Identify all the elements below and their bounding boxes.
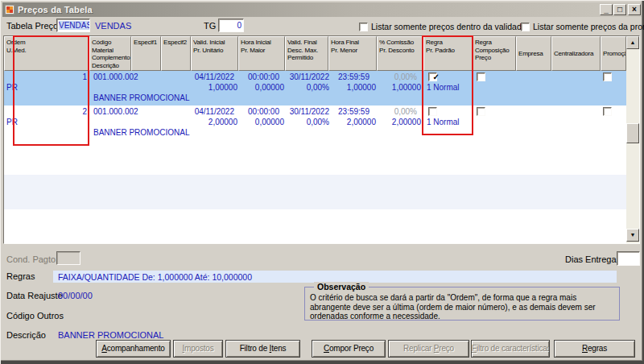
codigo-outros-label: Código Outros	[6, 311, 64, 321]
col-header-hora-final[interactable]: Hora Final Pr. Menor	[328, 36, 377, 71]
maximize-button[interactable]: □	[613, 4, 626, 15]
cell-pr-unitario: 2,00000	[189, 118, 237, 126]
cell-descricao: BANNER PROMOCIONAL	[93, 93, 189, 102]
impostos-button: Impostos	[173, 340, 223, 358]
filtro-de-itens-button[interactable]: Filtro de Itens	[225, 340, 300, 358]
cell-desc-max: 0,00%	[284, 118, 329, 126]
col-header-especif1[interactable]: Especif1	[131, 36, 161, 71]
checkbox-promocao[interactable]	[603, 72, 612, 81]
app-icon	[5, 5, 14, 14]
vertical-scrollbar[interactable]: ▲ ▼	[626, 36, 639, 243]
window-precos-da-tabela: Preços da Tabela _ □ × Tabela Preço VEND…	[0, 0, 644, 364]
cell-valid-inicial: 04/11/2022	[189, 107, 234, 116]
button-label: mpostos	[184, 344, 213, 353]
replicar-preco-button: Replicar Preço	[388, 340, 469, 358]
col-header-especif2[interactable]: Especif2	[161, 36, 191, 71]
table-row-2[interactable]: 2 001.000.002 04/11/2022 00:00:00 30/11/…	[4, 105, 626, 140]
minimize-button[interactable]: _	[600, 4, 613, 15]
cell-hora-inicial: 00:00:00	[239, 107, 279, 116]
col-header-codigo-material[interactable]: Código Material Complemento Descrição	[89, 36, 131, 71]
checkbox-regra-composicao[interactable]	[477, 107, 485, 116]
checkbox-listar-promocao[interactable]	[521, 23, 530, 31]
checkbox-listar-validade[interactable]	[359, 23, 368, 31]
tabela-preco-value: VENDAS	[59, 21, 90, 30]
table-row-1[interactable]: 1 001.000.002 04/11/2022 00:00:00 30/11/…	[4, 71, 626, 105]
cell-ordem: 1	[4, 72, 87, 81]
button-label: Filtro de	[240, 344, 270, 353]
col-header-comissao[interactable]: % Comissão Pr. Desconto	[377, 36, 423, 71]
cell-hora-final: 23:59:59	[329, 107, 369, 116]
col-header-promocao[interactable]: Promoção	[601, 36, 626, 71]
checkbox-regra-composicao[interactable]	[477, 72, 485, 81]
cell-valid-inicial: 04/11/2022	[189, 72, 234, 81]
observacao-title: Observação	[314, 282, 369, 292]
cell-comissao: 0,00%	[374, 72, 417, 81]
cell-pr-maior: 0,00000	[239, 118, 284, 126]
descricao-label: Descrição	[6, 330, 46, 340]
dias-entrega-input[interactable]	[617, 251, 640, 266]
col-header-hora-inicial[interactable]: Hora Inicial Pr. Maior	[238, 36, 285, 71]
cell-comissao: 0,00%	[374, 107, 417, 116]
cell-pr-menor: 1,00000	[329, 83, 376, 92]
data-reajuste-label: Data Reajuste	[6, 291, 63, 300]
cell-desc-max: 0,00%	[284, 83, 329, 92]
cell-pr-maior: 0,00000	[239, 83, 284, 92]
observacao-text: O critério de busca se dará a partir da …	[310, 293, 614, 321]
scroll-up-button[interactable]: ▲	[626, 36, 639, 49]
observacao-groupbox: O critério de busca se dará a partir da …	[304, 287, 620, 321]
acompanhamento-button[interactable]: Acompanhamento	[96, 340, 171, 358]
col-header-empresa[interactable]: Empresa	[516, 36, 551, 71]
descricao-value: BANNER PROMOCIONAL	[58, 330, 163, 340]
tabela-preco-input[interactable]: VENDAS	[56, 19, 90, 32]
empty-row-stripe	[4, 175, 626, 209]
button-label: reço	[439, 344, 454, 353]
tg-label: TG	[204, 21, 216, 31]
button-label: ompor Preço	[329, 344, 374, 353]
regras-label: Regras	[6, 271, 35, 281]
col-header-regra-composicao[interactable]: Regra Composição Preço	[473, 36, 516, 71]
minimize-icon: _	[604, 5, 609, 14]
prices-grid: Ordem U.Med. Código Material Complemento…	[3, 35, 640, 244]
checkbox-regra-padrao[interactable]: ✓	[428, 72, 437, 81]
cell-pr-unitario: 1,00000	[189, 83, 237, 92]
checkbox-promocao[interactable]	[603, 107, 612, 116]
col-header-valid-inicial[interactable]: Valid. Inicial Pr. Unitário	[191, 36, 238, 71]
col-header-valid-final[interactable]: Valid. Final Desc. Max. Permitido	[285, 36, 328, 71]
col-header-centralizadora[interactable]: Centralizadora	[551, 36, 601, 71]
data-reajuste-value: 00/00/00	[58, 291, 93, 300]
button-label: R	[582, 344, 588, 353]
dias-entrega-label: Dias Entrega	[565, 254, 617, 264]
cell-valid-final: 30/11/2022	[284, 107, 329, 116]
maximize-icon: □	[617, 5, 622, 14]
col-header-regra-padrao[interactable]: Regra Pr. Padrão	[423, 36, 473, 71]
cell-regra-padrao-label: 1 Normal	[427, 83, 460, 92]
checkbox-listar-validade-label: Listar somente preços dentro da validade	[371, 22, 526, 31]
cell-pr-desconto: 1,00000	[374, 83, 421, 92]
filtro-de-caracteristicas-button: Filtro de características	[471, 340, 550, 358]
compor-preco-button[interactable]: Compor Preço	[312, 340, 386, 358]
cell-codigo: 001.000.002	[93, 72, 138, 81]
button-label: tens	[271, 344, 286, 353]
check-icon: ✓	[433, 73, 440, 81]
button-label: Replicar	[403, 344, 434, 353]
cond-pagto-input	[56, 251, 80, 265]
scroll-up-icon: ▲	[630, 39, 636, 45]
regras-button[interactable]: Regras	[554, 340, 635, 358]
cell-hora-final: 23:59:59	[329, 72, 369, 81]
checkbox-regra-padrao[interactable]	[428, 107, 437, 116]
close-button[interactable]: ×	[628, 4, 641, 15]
regras-value: FAIXA/QUANTIDADE De: 1,000000 Até: 10,00…	[58, 272, 252, 282]
cell-ordem: 2	[4, 107, 87, 116]
tabela-preco-descricao: VENDAS	[95, 21, 131, 31]
scrollbar-thumb[interactable]	[626, 123, 639, 143]
col-header-ordem-umed[interactable]: Ordem U.Med.	[4, 36, 89, 71]
button-label: companhamento	[107, 344, 165, 353]
cell-pr-menor: 2,00000	[329, 118, 376, 126]
cell-valid-final: 30/11/2022	[284, 72, 329, 81]
cell-umed: PR	[6, 83, 18, 92]
close-icon: ×	[632, 5, 637, 14]
cell-umed: PR	[6, 118, 18, 126]
tabela-preco-label: Tabela Preço	[6, 21, 58, 31]
tg-input[interactable]: 0	[218, 19, 244, 32]
scroll-down-button[interactable]: ▼	[626, 229, 639, 242]
